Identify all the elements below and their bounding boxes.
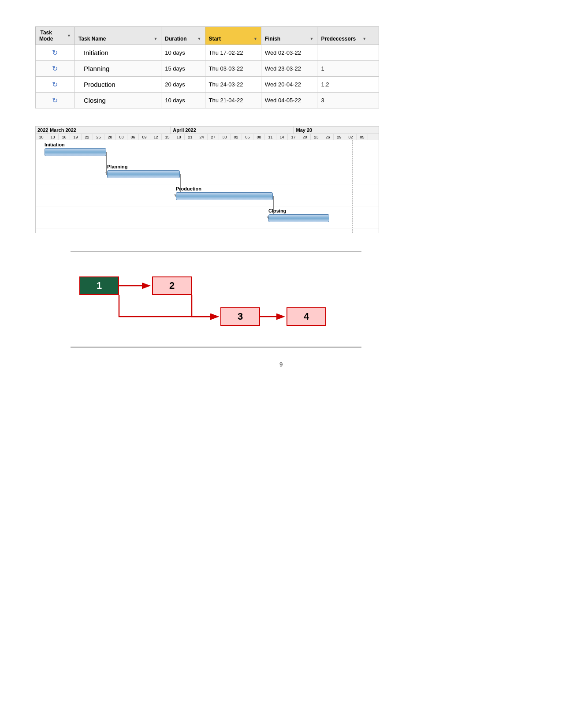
gantt-day-cell: 05 [242, 134, 253, 140]
gantt-bar [107, 170, 180, 178]
task-name-cell: Closing [74, 93, 161, 108]
task-name-cell: Production [74, 77, 161, 93]
task-mode-icon: ↻ [52, 97, 58, 104]
task-mode-cell: ↻ [36, 45, 75, 61]
start-cell: Thu 17-02-22 [205, 45, 261, 61]
task-name-cell: Planning [74, 61, 161, 77]
table-row: ↻Planning15 daysThu 03-03-22Wed 23-03-22… [36, 61, 379, 77]
gantt-day-cell: 05 [357, 134, 368, 140]
duration-cell: 10 days [161, 93, 205, 108]
gantt-day-cell: 02 [231, 134, 242, 140]
task-mode-icon: ↻ [52, 81, 58, 88]
predecessors-cell: 3 [317, 93, 370, 108]
table-row: ↻Closing10 daysThu 21-04-22Wed 04-05-223 [36, 93, 379, 108]
extra-cell [370, 45, 379, 61]
gantt-day-cell: 29 [334, 134, 345, 140]
col-header-extra [370, 27, 379, 45]
gantt-day-cell: 21 [185, 134, 196, 140]
table-row: ↻Production20 daysThu 24-03-22Wed 20-04-… [36, 77, 379, 93]
network-node-2: 2 [152, 276, 192, 295]
col-header-start[interactable]: Start ▼ [205, 27, 261, 45]
gantt-bar-label: Closing [268, 208, 286, 213]
gantt-bar-label: Production [176, 186, 201, 191]
sort-arrow-start: ▼ [253, 37, 257, 41]
network-node-3: 3 [220, 307, 260, 326]
task-mode-icon: ↻ [52, 65, 58, 72]
table-row: ↻Initiation10 daysThu 17-02-22Wed 02-03-… [36, 45, 379, 61]
gantt-day-cell: 08 [253, 134, 265, 140]
col-header-predecessors[interactable]: Predecessors ▼ [317, 27, 370, 45]
gantt-day-cell: 20 [299, 134, 311, 140]
start-cell: Thu 24-03-22 [205, 77, 261, 93]
gantt-day-cell: 25 [93, 134, 104, 140]
sort-arrow-predecessors: ▼ [362, 37, 366, 41]
col-header-duration[interactable]: Duration ▼ [161, 27, 205, 45]
gantt-day-cell: 09 [139, 134, 150, 140]
gantt-day-cell: 12 [150, 134, 162, 140]
month-march: March 2022 [48, 127, 171, 134]
task-mode-icon: ↻ [52, 49, 58, 56]
network-diagram-section: 1234 [71, 251, 361, 348]
finish-cell: Wed 20-04-22 [261, 77, 317, 93]
gantt-months-row: 2022 March 2022 April 2022 May 20 [36, 127, 379, 134]
gantt-day-cell: 10 [36, 134, 47, 140]
gantt-body: InitiationPlanningProductionClosing [36, 140, 379, 233]
month-may: May 20 [294, 127, 379, 134]
month-2022: 2022 [36, 127, 48, 134]
gantt-day-cell: 17 [288, 134, 299, 140]
gantt-chart-section: 2022 March 2022 April 2022 May 20 101316… [35, 126, 527, 233]
start-cell: Thu 21-04-22 [205, 93, 261, 108]
gantt-bar-label: Initiation [45, 142, 65, 147]
gantt-day-cell: 22 [82, 134, 93, 140]
col-header-finish[interactable]: Finish ▼ [261, 27, 317, 45]
gantt-days-row: 1013161922252803060912151821242730020508… [36, 134, 379, 140]
gantt-bar [268, 214, 329, 222]
gantt-day-cell: 11 [265, 134, 276, 140]
network-node-1: 1 [79, 276, 119, 295]
finish-cell: Wed 02-03-22 [261, 45, 317, 61]
gantt-day-cell: 24 [196, 134, 208, 140]
network-node-4: 4 [287, 307, 326, 326]
gantt-day-cell: 19 [70, 134, 82, 140]
gantt-day-cell: 28 [104, 134, 116, 140]
predecessors-cell [317, 45, 370, 61]
gantt-row-line [36, 162, 379, 184]
gantt-day-cell: 18 [173, 134, 185, 140]
sort-arrow-task-name: ▼ [153, 37, 157, 41]
gantt-day-cell: 14 [276, 134, 288, 140]
gantt-day-cell: 23 [311, 134, 322, 140]
start-cell: Thu 03-03-22 [205, 61, 261, 77]
page-number: 9 [35, 361, 527, 368]
task-table: TaskMode ▼ Task Name ▼ Duration ▼ [35, 26, 379, 108]
sort-arrow-duration: ▼ [197, 37, 201, 41]
gantt-bar [45, 148, 106, 156]
gantt-bar [176, 192, 273, 200]
gantt-bar-label: Planning [107, 164, 127, 169]
finish-cell: Wed 04-05-22 [261, 93, 317, 108]
predecessors-cell: 1 [317, 61, 370, 77]
gantt-day-cell: 02 [345, 134, 357, 140]
extra-cell [370, 77, 379, 93]
task-mode-cell: ↻ [36, 61, 75, 77]
gantt-day-cell: 16 [59, 134, 70, 140]
gantt-day-cell: 26 [322, 134, 334, 140]
gantt-day-cell: 15 [162, 134, 173, 140]
predecessors-cell: 1,2 [317, 77, 370, 93]
network-wrapper: 1234 [71, 251, 361, 348]
gantt-day-cell: 13 [47, 134, 59, 140]
gantt-table-section: TaskMode ▼ Task Name ▼ Duration ▼ [35, 26, 527, 108]
network-arrows-svg [71, 252, 353, 345]
sort-arrow-finish: ▼ [310, 37, 314, 41]
sort-arrow-task-mode: ▼ [67, 34, 71, 38]
gantt-day-cell: 30 [219, 134, 231, 140]
task-name-cell: Initiation [74, 45, 161, 61]
month-april: April 2022 [171, 127, 294, 134]
task-mode-cell: ↻ [36, 93, 75, 108]
col-header-task-name[interactable]: Task Name ▼ [74, 27, 161, 45]
col-header-task-mode[interactable]: TaskMode ▼ [36, 27, 75, 45]
finish-cell: Wed 23-03-22 [261, 61, 317, 77]
extra-cell [370, 93, 379, 108]
extra-cell [370, 61, 379, 77]
gantt-chart-wrapper: 2022 March 2022 April 2022 May 20 101316… [35, 126, 379, 233]
task-mode-cell: ↻ [36, 77, 75, 93]
